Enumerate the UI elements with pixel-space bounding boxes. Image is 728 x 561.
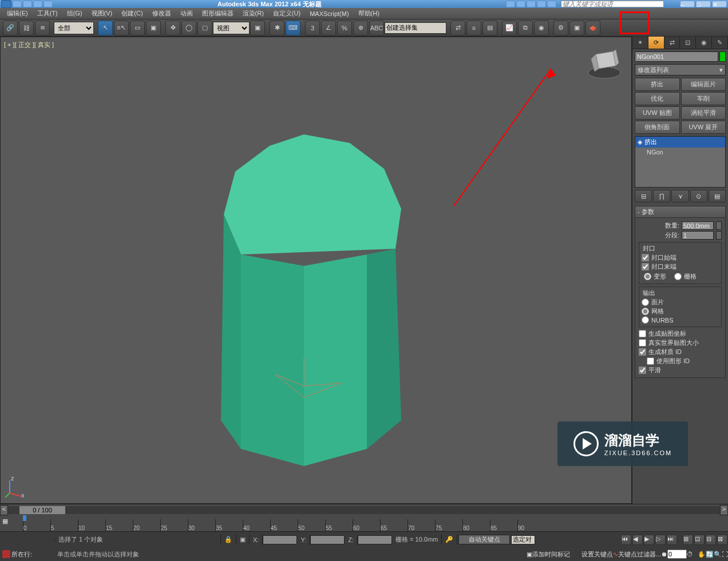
named-selection-dropdown[interactable] <box>385 22 446 34</box>
curve-editor-icon[interactable]: 📈 <box>502 21 517 35</box>
param-segments-input[interactable] <box>682 231 714 240</box>
render-setup-icon[interactable]: ⚙ <box>553 21 568 35</box>
viewport-nav-2-icon[interactable]: ⊡ <box>694 535 705 545</box>
modifier-stack[interactable]: ◈ 挤出 NGon <box>635 136 726 188</box>
mod-uvwmap[interactable]: UVW 贴图 <box>635 106 680 120</box>
use-pivot-center-icon[interactable]: ▣ <box>250 21 265 35</box>
unlink-icon[interactable]: ⛓ <box>19 21 34 35</box>
output-nurbs-radio[interactable]: NURBS <box>642 316 719 324</box>
mod-extrude[interactable]: 挤出 <box>635 78 680 91</box>
time-prev-icon[interactable]: < <box>0 505 8 515</box>
menu-help[interactable]: 帮助(H) <box>354 8 384 19</box>
mod-turbosmooth[interactable]: 涡轮平滑 <box>681 106 726 120</box>
save-icon[interactable] <box>33 1 42 7</box>
viewcube[interactable] <box>584 43 624 83</box>
zoom-icon[interactable]: 🔍 <box>714 551 722 558</box>
z-input[interactable] <box>358 535 392 544</box>
menu-create[interactable]: 创建(C) <box>117 8 147 19</box>
maximize-button[interactable]: □ <box>696 1 711 7</box>
menu-customize[interactable]: 自定义(U) <box>268 8 305 19</box>
minimize-button[interactable]: – <box>680 1 695 7</box>
script-listener[interactable] <box>0 539 55 541</box>
time-tag-toggle-icon[interactable]: ▣ <box>527 551 532 558</box>
tab-utilities[interactable]: ✎ <box>712 37 728 49</box>
align-icon[interactable]: ≡ <box>466 21 481 35</box>
cap-grid-radio[interactable]: 栅格 <box>674 272 697 281</box>
y-input[interactable] <box>310 535 345 544</box>
mod-lathe[interactable]: 车削 <box>681 92 726 105</box>
key-mode-icon[interactable]: ⏺ <box>661 551 667 558</box>
tab-hierarchy[interactable]: ⇄ <box>664 37 680 49</box>
menu-animation[interactable]: 动画 <box>176 8 197 19</box>
viewport[interactable]: [ + ][ 正交 ][ 真实 ] <box>0 37 632 504</box>
key-target-dropdown[interactable] <box>511 535 535 544</box>
add-time-tag[interactable]: 添加时间标记 <box>532 550 570 559</box>
stack-item-extrude[interactable]: ◈ 挤出 <box>635 137 725 148</box>
cap-start-checkbox[interactable]: 封口始端 <box>642 253 719 262</box>
isolate-icon[interactable]: ▣ <box>236 535 250 544</box>
spinner-icon[interactable] <box>716 221 722 230</box>
orbit-icon[interactable]: 🔄 <box>706 551 714 558</box>
link-icon[interactable]: 🔗 <box>3 21 18 35</box>
opt-shapeid-checkbox[interactable]: 使用图形 ID <box>639 357 722 365</box>
key-lock-icon[interactable]: 🔑 <box>442 535 457 544</box>
signin-icon[interactable] <box>516 1 525 7</box>
output-patch-radio[interactable]: 面片 <box>642 298 719 307</box>
mod-bevelprofile[interactable]: 倒角剖面 <box>635 121 680 134</box>
opt-genmap-checkbox[interactable]: 生成贴图坐标 <box>639 329 722 338</box>
mirror-icon[interactable]: ⇄ <box>450 21 465 35</box>
param-amount-input[interactable] <box>682 221 714 230</box>
prev-frame-icon[interactable]: ◀ <box>632 535 643 545</box>
menu-group[interactable]: 组(G) <box>62 8 87 19</box>
trackbar-toggle-icon[interactable]: ▦ <box>2 518 8 525</box>
max-viewport-icon[interactable]: ⛶ <box>722 551 728 558</box>
key-filters-button[interactable]: 关键点过滤器... <box>618 550 661 559</box>
open-icon[interactable] <box>43 1 53 7</box>
scale-icon[interactable]: ▢ <box>197 21 212 35</box>
window-crossing-icon[interactable]: ▣ <box>146 21 161 35</box>
stack-item-ngon[interactable]: NGon <box>635 148 725 157</box>
object-name-input[interactable] <box>635 51 718 62</box>
cap-morph-radio[interactable]: 变形 <box>644 272 666 281</box>
goto-start-icon[interactable]: ⏮ <box>621 535 631 545</box>
next-frame-icon[interactable]: ▷ <box>655 535 666 545</box>
manipulate-icon[interactable]: ✱ <box>270 21 284 35</box>
percent-snap-icon[interactable]: % <box>337 21 352 35</box>
show-end-result-icon[interactable]: ∏ <box>653 190 670 202</box>
search-icon[interactable] <box>506 1 515 7</box>
angle-snap-icon[interactable]: ∠ <box>321 21 336 35</box>
rotate-icon[interactable]: ◯ <box>181 21 196 35</box>
close-button[interactable]: ✕ <box>712 1 727 7</box>
time-slider-handle[interactable]: 0 / 100 <box>19 506 65 514</box>
setkey-button[interactable]: 设置关键点 <box>581 550 613 559</box>
configure-modifier-sets-icon[interactable]: ▤ <box>709 190 726 202</box>
time-head-marker[interactable] <box>23 515 26 521</box>
x-input[interactable] <box>263 535 297 544</box>
snap-2d-icon[interactable]: 3 <box>305 21 320 35</box>
help-search-input[interactable] <box>561 1 664 7</box>
time-ruler[interactable]: ▦ 0 5 10 15 20 25 30 35 40 45 50 55 60 6… <box>0 515 728 531</box>
render-icon[interactable]: 🫖 <box>585 21 600 35</box>
object-color-swatch[interactable] <box>719 51 726 62</box>
help-icon[interactable] <box>547 1 556 7</box>
keyboard-shortcut-icon[interactable]: ⌨ <box>286 21 300 35</box>
select-by-name-icon[interactable]: ≡↖ <box>114 21 129 35</box>
undo-icon[interactable] <box>13 1 22 7</box>
viewport-nav-1-icon[interactable]: ⊞ <box>683 535 693 545</box>
pan-icon[interactable]: ✋ <box>698 551 706 558</box>
viewport-object-ngon[interactable] <box>189 123 430 489</box>
output-mesh-radio[interactable]: 网格 <box>642 307 719 316</box>
ref-coord-dropdown[interactable]: 视图 <box>213 22 250 34</box>
time-config-icon[interactable]: ⏱ <box>687 551 693 558</box>
schematic-view-icon[interactable]: ⧉ <box>518 21 533 35</box>
mod-uvwunwrap[interactable]: UVW 展开 <box>681 121 726 134</box>
tab-create[interactable]: ✶ <box>632 37 648 49</box>
script-rec-icon[interactable] <box>2 550 10 558</box>
play-icon[interactable]: ▶ <box>644 535 654 545</box>
rendered-frame-icon[interactable]: ▣ <box>569 21 584 35</box>
time-slider[interactable]: < 0 / 100 > <box>0 504 728 515</box>
mod-optimize[interactable]: 优化 <box>635 92 680 105</box>
favorite-icon[interactable] <box>537 1 546 7</box>
layers-icon[interactable]: ▤ <box>482 21 497 35</box>
selection-filter-dropdown[interactable]: 全部 <box>54 22 94 34</box>
